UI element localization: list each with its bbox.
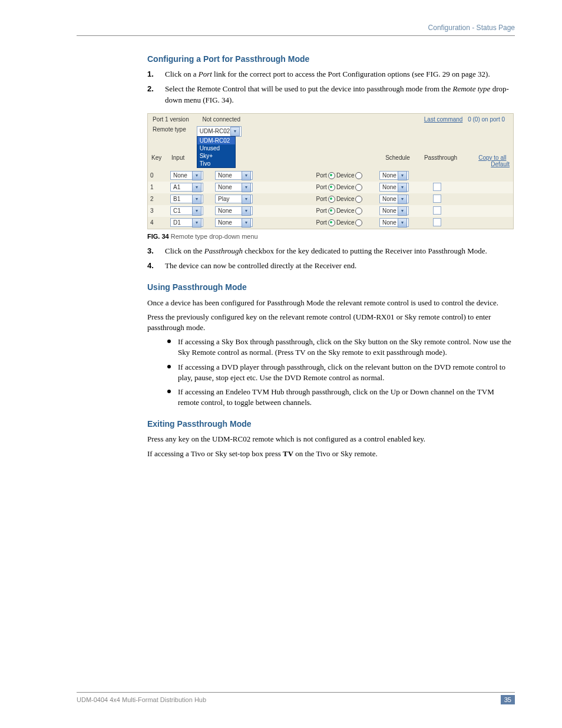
remote-type-select[interactable]: UDM-RC02 ▾ UDM-RC02 Unused Sky+ Tivo [197, 126, 242, 137]
key-cell: 4 [150, 219, 154, 226]
not-connected-label: Not connected [202, 116, 240, 123]
chevron-down-icon: ▾ [242, 206, 251, 216]
option-skyplus[interactable]: Sky+ [197, 152, 235, 160]
figure-34-label: FIG. 34 [147, 233, 169, 240]
option-unused[interactable]: Unused [197, 144, 235, 152]
radio-port[interactable] [328, 196, 335, 203]
bullet-dvd: If accessing a DVD player through passth… [165, 362, 515, 383]
port-device-radio-group: Port Device [316, 196, 363, 203]
schedule-select[interactable]: None▾ [379, 195, 409, 203]
device-select[interactable]: None▾ [215, 206, 253, 215]
device-select[interactable]: None▾ [215, 218, 253, 227]
bullet-tvm: If accessing an Endeleo TVM Hub through … [165, 387, 515, 408]
heading-configuring: Configuring a Port for Passthrough Mode [147, 54, 515, 64]
remote-type-options[interactable]: UDM-RC02 Unused Sky+ Tivo [197, 136, 236, 168]
bullet-list: If accessing a Sky Box through passthrou… [165, 337, 515, 408]
port-device-radio-group: Port Device [316, 219, 363, 226]
remote-type-row: Remote type UDM-RC02 ▾ UDM-RC02 Unused S… [148, 125, 513, 137]
chevron-down-icon: ▾ [230, 127, 240, 136]
chevron-down-icon: ▾ [192, 183, 201, 192]
chevron-down-icon: ▾ [242, 171, 251, 180]
bullet-sky: If accessing a Sky Box through passthrou… [165, 337, 515, 358]
key-cell: 1 [150, 184, 154, 190]
heading-exiting: Exiting Passthrough Mode [147, 419, 515, 429]
passthrough-checkbox[interactable] [433, 195, 441, 203]
chevron-down-icon: ▾ [398, 218, 407, 228]
p-exit-1: Press any key on the UDM-RC02 remote whi… [147, 434, 515, 444]
device-select[interactable]: None▾ [215, 171, 253, 180]
input-select[interactable]: None▾ [170, 171, 203, 180]
step-2: Select the Remote Control that will be u… [147, 84, 515, 106]
hdr-key: Key [151, 154, 171, 167]
passthrough-checkbox[interactable] [433, 206, 441, 215]
radio-device[interactable] [355, 207, 362, 215]
passthrough-checkbox[interactable] [433, 218, 441, 226]
chevron-down-icon: ▾ [242, 195, 251, 204]
ui-panel: Port 1 version Not connected Last comman… [147, 113, 514, 229]
remote-type-selected: UDM-RC02 [200, 128, 230, 134]
step-1: Click on a Port link for the correct por… [147, 69, 515, 80]
p-using-2: Press the previously configured key on t… [147, 312, 515, 333]
footer: UDM-0404 4x4 Multi-Format Distribution H… [77, 692, 515, 704]
copy-to-all-link[interactable]: Copy to all [478, 154, 506, 161]
chevron-down-icon: ▾ [398, 183, 407, 192]
p-exit-2: If accessing a Tivo or Sky set-top box p… [147, 449, 515, 459]
chevron-down-icon: ▾ [192, 195, 201, 204]
hdr-schedule: Schedule [375, 154, 420, 167]
ui-topbar: Port 1 version Not connected Last comman… [148, 114, 513, 125]
input-select[interactable]: B1▾ [170, 195, 203, 203]
key-cell: 3 [150, 207, 154, 214]
key-cell: 0 [150, 172, 154, 179]
header-right: Configuration - Status Page [77, 24, 515, 32]
option-tivo[interactable]: Tivo [197, 160, 235, 167]
schedule-select[interactable]: None▾ [379, 206, 409, 215]
header-rule [77, 35, 515, 36]
radio-port[interactable] [328, 172, 335, 179]
chevron-down-icon: ▾ [192, 206, 201, 216]
radio-port[interactable] [328, 219, 335, 226]
table-row: 1A1▾None▾Port Device None▾ [148, 182, 513, 193]
chevron-down-icon: ▾ [192, 218, 201, 228]
port-version-label: Port 1 version [153, 116, 189, 123]
default-link[interactable]: Default [491, 161, 510, 167]
schedule-select[interactable]: None▾ [379, 218, 409, 227]
key-cell: 2 [150, 196, 154, 202]
page-number: 35 [501, 695, 515, 704]
schedule-select[interactable]: None▾ [379, 171, 409, 180]
steps-list-1: Click on a Port link for the correct por… [77, 69, 515, 106]
step-3: Click on the Passthrough checkbox for th… [147, 246, 515, 257]
p-using-1: Once a device has been configured for Pa… [147, 298, 515, 308]
step-4: The device can now be controlled directl… [147, 261, 515, 272]
steps-list-2: Click on the Passthrough checkbox for th… [77, 246, 515, 272]
input-select[interactable]: C1▾ [170, 206, 203, 215]
port-device-radio-group: Port Device [316, 184, 363, 191]
ui-top-right: Last command 0 (0) on port 0 [424, 116, 508, 123]
port-device-radio-group: Port Device [316, 172, 363, 179]
chevron-down-icon: ▾ [242, 218, 251, 228]
radio-port[interactable] [328, 207, 335, 215]
last-command-link[interactable]: Last command [424, 116, 463, 123]
last-command-value: 0 (0) on port 0 [468, 116, 505, 123]
figure-34-caption: FIG. 34 Remote type drop-down menu [147, 233, 515, 240]
radio-device[interactable] [355, 184, 362, 191]
chevron-down-icon: ▾ [398, 195, 407, 204]
passthrough-checkbox[interactable] [433, 183, 441, 191]
chevron-down-icon: ▾ [398, 171, 407, 180]
input-select[interactable]: D1▾ [170, 218, 203, 227]
table-row: 2B1▾Play▾Port Device None▾ [148, 193, 513, 205]
radio-port[interactable] [328, 184, 335, 191]
keytable: 0None▾None▾Port Device None▾1A1▾None▾Por… [148, 170, 513, 229]
heading-using: Using Passthrough Mode [147, 282, 515, 292]
device-select[interactable]: None▾ [215, 183, 253, 192]
ui-top-left: Port 1 version Not connected [153, 116, 252, 123]
chevron-down-icon: ▾ [192, 171, 201, 180]
radio-device[interactable] [355, 172, 362, 179]
radio-device[interactable] [355, 219, 362, 226]
option-udm-rc02[interactable]: UDM-RC02 [197, 137, 235, 144]
footer-title: UDM-0404 4x4 Multi-Format Distribution H… [77, 696, 206, 703]
input-select[interactable]: A1▾ [170, 183, 203, 192]
radio-device[interactable] [355, 196, 362, 203]
remote-type-label: Remote type [153, 126, 186, 133]
schedule-select[interactable]: None▾ [379, 183, 409, 192]
device-select[interactable]: Play▾ [215, 195, 253, 203]
